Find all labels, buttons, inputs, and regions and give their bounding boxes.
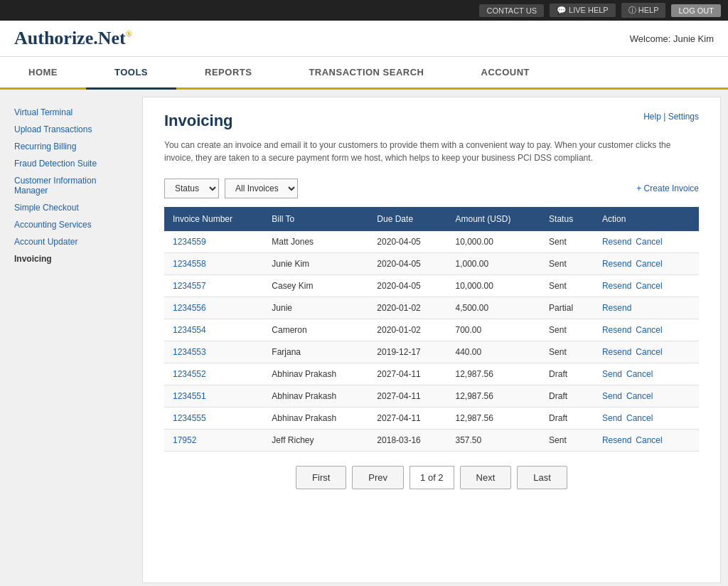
- table-row: 17952Jeff Richey2018-03-16357.50SentRese…: [164, 430, 699, 452]
- prev-page-button[interactable]: Prev: [352, 466, 404, 489]
- cancel-action-link[interactable]: Cancel: [636, 325, 662, 335]
- nav-account[interactable]: ACCOUNT: [453, 57, 559, 90]
- invoice-number-cell[interactable]: 1234552: [164, 363, 263, 385]
- amount-cell: 4,500.00: [447, 297, 541, 319]
- col-due-date: Due Date: [368, 207, 446, 231]
- status-cell: Sent: [540, 231, 594, 253]
- amount-cell: 10,000.00: [447, 275, 541, 297]
- send-action-link[interactable]: Send: [602, 413, 622, 423]
- invoice-table: Invoice Number Bill To Due Date Amount (…: [164, 207, 699, 452]
- table-row: 1234552Abhinav Prakash2027-04-1112,987.5…: [164, 363, 699, 385]
- resend-action-link[interactable]: Resend: [602, 259, 631, 269]
- first-page-button[interactable]: First: [296, 466, 346, 489]
- invoice-number-cell[interactable]: 1234551: [164, 385, 263, 407]
- invoice-number-cell[interactable]: 1234557: [164, 275, 263, 297]
- resend-action-link[interactable]: Resend: [602, 237, 631, 247]
- welcome-text: Welcome: Junie Kim: [630, 33, 714, 44]
- cancel-action-link[interactable]: Cancel: [636, 237, 662, 247]
- nav-reports[interactable]: REPORTS: [176, 57, 280, 90]
- col-bill-to: Bill To: [263, 207, 368, 231]
- due-date-cell: 2018-03-16: [368, 430, 446, 452]
- sidebar-item-fraud-detection[interactable]: Fraud Detection Suite: [0, 155, 142, 172]
- resend-action-link[interactable]: Resend: [602, 435, 631, 445]
- table-body: 1234559Matt Jones2020-04-0510,000.00Sent…: [164, 231, 699, 452]
- invoice-number-cell[interactable]: 1234559: [164, 231, 263, 253]
- table-row: 1234557Casey Kim2020-04-0510,000.00SentR…: [164, 275, 699, 297]
- due-date-cell: 2019-12-17: [368, 341, 446, 363]
- amount-cell: 12,987.56: [447, 385, 541, 407]
- help-link[interactable]: Help: [643, 112, 661, 122]
- sidebar-item-invoicing: Invoicing: [0, 250, 142, 267]
- action-cell: Resend: [594, 297, 699, 319]
- sidebar-item-customer-information[interactable]: Customer Information Manager: [0, 172, 142, 199]
- nav-transaction-search[interactable]: TRANSACTION SEARCH: [280, 57, 452, 90]
- page-title: Invoicing: [164, 112, 699, 130]
- help-button[interactable]: ⓘ HELP: [621, 3, 666, 18]
- top-bar: CONTACT US 💬 LIVE HELP ⓘ HELP LOG OUT: [0, 0, 728, 21]
- action-cell: SendCancel: [594, 363, 699, 385]
- table-controls: Status All Invoices + Create Invoice: [164, 179, 699, 198]
- invoice-number-cell[interactable]: 1234558: [164, 253, 263, 275]
- amount-cell: 1,000.00: [447, 253, 541, 275]
- sidebar-item-account-updater[interactable]: Account Updater: [0, 233, 142, 250]
- filter-dropdown[interactable]: All Invoices: [225, 179, 298, 198]
- due-date-cell: 2020-01-02: [368, 297, 446, 319]
- table-row: 1234551Abhinav Prakash2027-04-1112,987.5…: [164, 385, 699, 407]
- nav-home[interactable]: HOME: [0, 57, 86, 90]
- bill-to-cell: Junie Kim: [263, 253, 368, 275]
- next-page-button[interactable]: Next: [460, 466, 512, 489]
- cancel-action-link[interactable]: Cancel: [626, 369, 653, 379]
- sidebar-item-recurring-billing[interactable]: Recurring Billing: [0, 138, 142, 155]
- settings-link[interactable]: Settings: [668, 112, 699, 122]
- resend-action-link[interactable]: Resend: [602, 303, 631, 313]
- main-content: Help | Settings Invoicing You can create…: [142, 97, 721, 583]
- sidebar-item-accounting-services[interactable]: Accounting Services: [0, 216, 142, 233]
- invoice-number-cell[interactable]: 17952: [164, 430, 263, 452]
- bill-to-cell: Jeff Richey: [263, 430, 368, 452]
- nav-tools[interactable]: TOOLS: [86, 57, 176, 90]
- status-dropdown[interactable]: Status: [164, 179, 219, 198]
- invoice-number-cell[interactable]: 1234554: [164, 319, 263, 341]
- invoice-number-cell[interactable]: 1234555: [164, 407, 263, 430]
- logo: Authorize.Net®: [14, 28, 132, 49]
- amount-cell: 440.00: [447, 341, 541, 363]
- invoice-number-cell[interactable]: 1234556: [164, 297, 263, 319]
- contact-us-button[interactable]: CONTACT US: [479, 4, 544, 17]
- col-action: Action: [594, 207, 699, 231]
- bill-to-cell: Abhinav Prakash: [263, 363, 368, 385]
- create-invoice-link[interactable]: + Create Invoice: [636, 183, 699, 193]
- cancel-action-link[interactable]: Cancel: [636, 281, 662, 291]
- status-cell: Draft: [540, 363, 594, 385]
- sidebar-item-virtual-terminal[interactable]: Virtual Terminal: [0, 104, 142, 121]
- table-row: 1234553Farjana2019-12-17440.00SentResend…: [164, 341, 699, 363]
- live-help-button[interactable]: 💬 LIVE HELP: [550, 4, 616, 17]
- sidebar-item-upload-transactions[interactable]: Upload Transactions: [0, 121, 142, 138]
- resend-action-link[interactable]: Resend: [602, 347, 631, 357]
- resend-action-link[interactable]: Resend: [602, 281, 631, 291]
- cancel-action-link[interactable]: Cancel: [636, 259, 662, 269]
- logout-button[interactable]: LOG OUT: [671, 4, 721, 17]
- table-row: 1234559Matt Jones2020-04-0510,000.00Sent…: [164, 231, 699, 253]
- sidebar-item-simple-checkout[interactable]: Simple Checkout: [0, 199, 142, 216]
- send-action-link[interactable]: Send: [602, 369, 622, 379]
- bill-to-cell: Abhinav Prakash: [263, 385, 368, 407]
- page-description: You can create an invoice and email it t…: [164, 139, 699, 164]
- header: Authorize.Net® Welcome: Junie Kim: [0, 21, 728, 57]
- invoice-number-cell[interactable]: 1234553: [164, 341, 263, 363]
- resend-action-link[interactable]: Resend: [602, 325, 631, 335]
- action-cell: ResendCancel: [594, 341, 699, 363]
- last-page-button[interactable]: Last: [517, 466, 567, 489]
- status-cell: Sent: [540, 319, 594, 341]
- cancel-action-link[interactable]: Cancel: [626, 413, 653, 423]
- table-row: 1234556Junie2020-01-024,500.00PartialRes…: [164, 297, 699, 319]
- layout: Virtual Terminal Upload Transactions Rec…: [0, 90, 728, 586]
- cancel-action-link[interactable]: Cancel: [626, 391, 653, 401]
- action-cell: ResendCancel: [594, 319, 699, 341]
- table-row: 1234558Junie Kim2020-04-051,000.00SentRe…: [164, 253, 699, 275]
- cancel-action-link[interactable]: Cancel: [636, 435, 662, 445]
- send-action-link[interactable]: Send: [602, 391, 622, 401]
- amount-cell: 10,000.00: [447, 231, 541, 253]
- col-status: Status: [540, 207, 594, 231]
- action-cell: SendCancel: [594, 407, 699, 430]
- cancel-action-link[interactable]: Cancel: [636, 347, 662, 357]
